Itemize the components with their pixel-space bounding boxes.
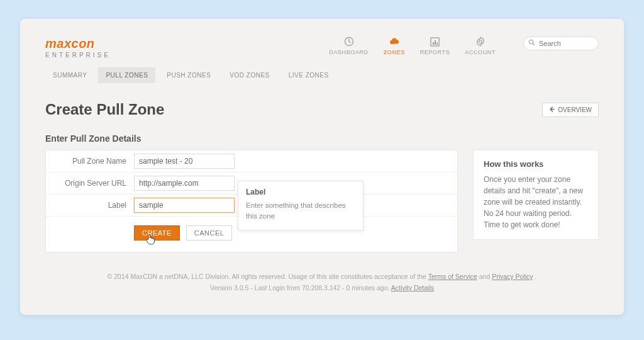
label-zone-name: Pull Zone Name (46, 152, 134, 170)
svg-line-6 (533, 43, 535, 45)
nav-label: ZONES (384, 49, 405, 55)
logo-brand: maxcon (45, 37, 111, 51)
nav-dashboard[interactable]: DASHBOARD (329, 37, 368, 55)
svg-point-5 (529, 40, 533, 43)
title-row: Create Pull Zone OVERVIEW (45, 101, 599, 118)
activity-details-link[interactable]: Activity Details (391, 284, 434, 292)
cancel-button[interactable]: CANCEL (186, 225, 233, 241)
help-card: How this works Once you enter your zone … (473, 150, 599, 240)
tab-pull-zones[interactable]: PULL ZONES (98, 67, 155, 83)
footer: © 2014 MaxCDN a netDNA, LLC Division. Al… (45, 271, 599, 294)
tooltip-title: Label (246, 188, 355, 196)
input-zone-label[interactable] (134, 198, 235, 213)
logo: maxcon ENTERPRISE (45, 37, 111, 59)
search-icon (528, 39, 535, 47)
create-button[interactable]: CREATE (134, 225, 180, 241)
zone-tabs: SUMMARY PULL ZONES PUSH ZONES VOD ZONES … (45, 67, 599, 83)
tab-live-zones[interactable]: LIVE ZONES (281, 67, 336, 83)
form-card: Pull Zone Name Origin Server URL Label C… (45, 150, 458, 252)
content-row: Pull Zone Name Origin Server URL Label C… (45, 150, 599, 252)
help-title: How this works (484, 159, 588, 169)
nav-label: DASHBOARD (329, 49, 368, 55)
logo-subtext: ENTERPRISE (45, 52, 111, 59)
label-zone-label: Label (46, 196, 134, 214)
cloud-icon (389, 37, 400, 47)
topbar: maxcon ENTERPRISE DASHBOARD ZONES REP (45, 37, 599, 59)
label-tooltip: Label Enter something that describes thi… (238, 181, 364, 230)
help-body: Once you enter your zone details and hit… (484, 174, 588, 230)
privacy-policy-link[interactable]: Privacy Policy (492, 273, 533, 280)
search-wrap (523, 37, 599, 50)
footer-copyright: © 2014 MaxCDN a netDNA, LLC Division. Al… (108, 273, 428, 280)
nav-reports[interactable]: REPORTS (420, 37, 450, 55)
nav-label: ACCOUNT (465, 49, 496, 55)
nav-label: REPORTS (420, 49, 450, 55)
nav-zones[interactable]: ZONES (384, 37, 405, 55)
bar-chart-icon (430, 37, 441, 47)
tooltip-body: Enter something that describes this zone (246, 200, 355, 221)
svg-rect-3 (435, 40, 436, 45)
footer-version: Version 3.0.5 - Last Login from 70.208.3… (210, 284, 391, 292)
terms-of-service-link[interactable]: Terms of Service (428, 273, 477, 280)
overview-button[interactable]: OVERVIEW (542, 103, 599, 117)
form-heading: Enter Pull Zone Details (45, 133, 599, 144)
overview-label: OVERVIEW (558, 106, 592, 113)
tab-push-zones[interactable]: PUSH ZONES (159, 67, 218, 83)
arrow-left-icon (549, 106, 555, 113)
svg-rect-2 (433, 42, 434, 45)
tab-vod-zones[interactable]: VOD ZONES (222, 67, 277, 83)
label-origin-url: Origin Server URL (46, 174, 134, 192)
gear-icon (475, 37, 486, 47)
primary-nav: DASHBOARD ZONES REPORTS ACCOUNT (329, 37, 599, 55)
page-title: Create Pull Zone (45, 101, 542, 118)
clock-icon (343, 37, 355, 47)
nav-account[interactable]: ACCOUNT (465, 37, 496, 55)
tab-summary[interactable]: SUMMARY (45, 67, 94, 83)
input-zone-name[interactable] (134, 154, 235, 169)
input-origin-url[interactable] (134, 176, 235, 191)
app-window: maxcon ENTERPRISE DASHBOARD ZONES REP (20, 19, 624, 315)
svg-rect-4 (436, 43, 438, 45)
